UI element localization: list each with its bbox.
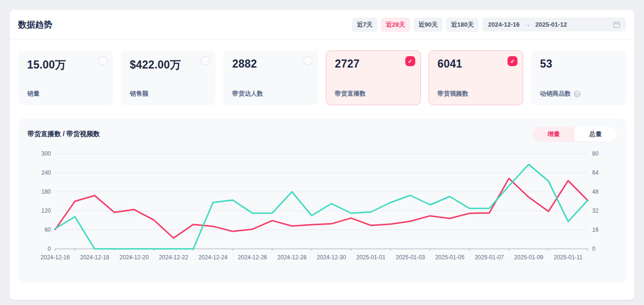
chart-header: 带货直播数 / 带货视频数 增量总量 xyxy=(28,127,616,141)
metric-label: 销量 xyxy=(27,89,39,98)
chart-title: 带货直播数 / 带货视频数 xyxy=(28,130,100,138)
x-axis-label: 2024-12-30 xyxy=(317,254,346,261)
data-trend-panel: 数据趋势 近7天近28天近90天近180天 2024-12-16 → 2025-… xyxy=(10,10,634,300)
header-controls: 近7天近28天近90天近180天 2024-12-16 → 2025-01-12 xyxy=(352,18,626,32)
metric-card-3[interactable]: 2882带货达人数 xyxy=(223,50,318,105)
right-axis-label: 48 xyxy=(592,188,599,195)
trend-chart-svg: 060120180240300016324864802024-12-162024… xyxy=(28,148,616,273)
range-button-4[interactable]: 近180天 xyxy=(446,18,478,32)
x-axis-label: 2025-01-07 xyxy=(475,254,504,261)
x-axis-label: 2024-12-26 xyxy=(238,254,267,261)
page-title: 数据趋势 xyxy=(18,19,52,30)
calendar-icon[interactable] xyxy=(613,21,620,28)
left-axis-label: 60 xyxy=(45,226,51,233)
x-axis-label: 2024-12-28 xyxy=(277,254,307,261)
left-axis-label: 300 xyxy=(41,150,51,157)
x-axis-label: 2024-12-24 xyxy=(198,254,228,261)
metric-value: 2882 xyxy=(232,58,309,70)
unchecked-checkbox-icon[interactable] xyxy=(303,56,312,65)
x-axis-label: 2024-12-16 xyxy=(40,254,70,261)
left-axis-label: 0 xyxy=(48,246,51,252)
metrics-row: 15.00万销量$422.00万销售额2882带货达人数2727带货直播数✓60… xyxy=(18,50,626,105)
x-axis-label: 2025-01-03 xyxy=(396,254,425,261)
metric-label-row: 带货视频数 xyxy=(438,89,515,98)
left-axis-label: 240 xyxy=(41,169,51,176)
range-button-2[interactable]: 近28天 xyxy=(381,18,410,32)
right-axis-label: 32 xyxy=(592,207,599,214)
series-line-带货视频数 xyxy=(55,165,588,249)
arrow-right-icon: → xyxy=(525,21,531,28)
right-axis-label: 64 xyxy=(592,169,599,176)
metric-label-row: 带货达人数 xyxy=(232,89,309,98)
range-button-1[interactable]: 近7天 xyxy=(352,18,377,32)
left-axis-label: 180 xyxy=(41,188,51,195)
x-axis-label: 2024-12-20 xyxy=(119,254,149,261)
toggle-button-2[interactable]: 总量 xyxy=(575,127,616,141)
range-buttons: 近7天近28天近90天近180天 xyxy=(352,18,478,32)
metric-label-row: 销售额 xyxy=(130,89,207,98)
metric-value: 2727 xyxy=(335,58,412,70)
toggle-button-1[interactable]: 增量 xyxy=(533,127,575,141)
left-axis-label: 120 xyxy=(41,207,51,214)
x-axis-label: 2025-01-05 xyxy=(435,254,465,261)
x-axis-label: 2024-12-18 xyxy=(80,254,109,261)
date-range-picker[interactable]: 2024-12-16 → 2025-01-12 xyxy=(482,18,626,31)
trend-chart[interactable]: 060120180240300016324864802024-12-162024… xyxy=(28,148,616,275)
x-axis-label: 2024-12-22 xyxy=(159,254,188,261)
metric-value: 15.00万 xyxy=(27,58,104,72)
question-icon[interactable]: ? xyxy=(574,90,581,98)
metric-label-row: 销量 xyxy=(27,89,104,98)
metric-label-row: 动销商品数? xyxy=(540,89,617,98)
metric-label: 带货视频数 xyxy=(438,89,468,98)
range-button-3[interactable]: 近90天 xyxy=(414,18,442,32)
metric-card-5[interactable]: 6041带货视频数✓ xyxy=(429,50,524,105)
metric-label: 销售额 xyxy=(130,89,148,98)
metric-value: 6041 xyxy=(438,58,515,70)
unchecked-checkbox-icon[interactable] xyxy=(98,56,107,65)
right-axis-label: 80 xyxy=(592,150,599,157)
chart-card: 带货直播数 / 带货视频数 增量总量 060120180240300016324… xyxy=(18,118,626,282)
x-axis-label: 2025-01-11 xyxy=(554,254,583,261)
metric-card-2[interactable]: $422.00万销售额 xyxy=(121,50,216,105)
chart-mode-toggle: 增量总量 xyxy=(533,127,616,141)
metric-label: 动销商品数 xyxy=(540,89,571,98)
x-axis-label: 2025-01-09 xyxy=(514,254,544,261)
metric-label: 带货直播数 xyxy=(335,89,366,98)
metric-card-1[interactable]: 15.00万销量 xyxy=(18,50,113,105)
unchecked-checkbox-icon[interactable] xyxy=(201,56,210,65)
right-axis-label: 0 xyxy=(592,246,595,252)
metric-value: $422.00万 xyxy=(130,58,207,72)
metric-value: 53 xyxy=(540,58,617,70)
metric-label-row: 带货直播数 xyxy=(335,89,412,98)
checked-checkbox-icon[interactable]: ✓ xyxy=(507,56,517,66)
panel-header: 数据趋势 近7天近28天近90天近180天 2024-12-16 → 2025-… xyxy=(10,10,634,40)
end-date: 2025-01-12 xyxy=(536,21,567,28)
metric-card-6[interactable]: 53动销商品数? xyxy=(531,50,626,105)
metric-label: 带货达人数 xyxy=(232,89,263,98)
checked-checkbox-icon[interactable]: ✓ xyxy=(405,56,415,66)
start-date: 2024-12-16 xyxy=(488,21,520,28)
x-axis-label: 2025-01-01 xyxy=(356,254,386,261)
right-axis-label: 16 xyxy=(592,226,599,233)
metric-card-4[interactable]: 2727带货直播数✓ xyxy=(326,50,421,105)
